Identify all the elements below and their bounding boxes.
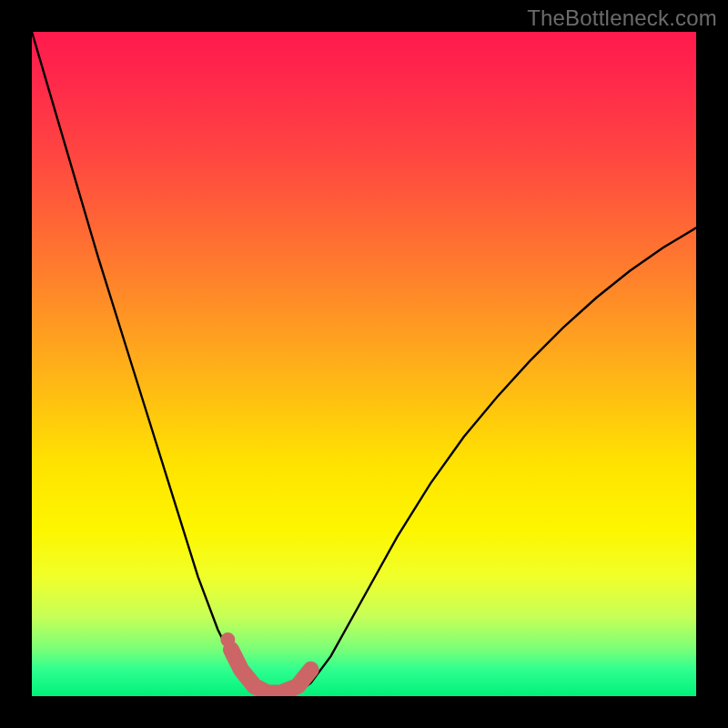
curve-layer	[32, 32, 696, 696]
left-branch-path	[32, 32, 265, 693]
right-branch-path	[298, 228, 696, 693]
attribution-text: TheBottleneck.com	[527, 5, 717, 31]
plot-area	[32, 32, 696, 696]
salmon-dot	[220, 632, 235, 647]
salmon-overlay-path	[231, 650, 311, 693]
